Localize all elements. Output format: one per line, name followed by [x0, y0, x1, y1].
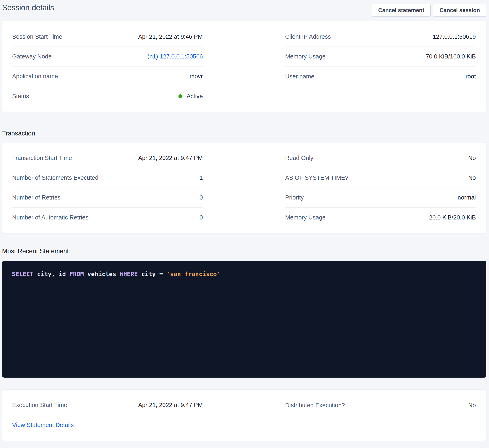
transaction-right-column: Read OnlyNoAS OF SYSTEM TIME?NoPriorityn… [285, 148, 476, 227]
row-label: Memory Usage [285, 214, 326, 221]
row-label: Priority [285, 194, 304, 201]
session-details-page: Session details Cancel statement Cancel … [0, 0, 489, 445]
session-summary-right-column: Client IP Address127.0.0.1:50619Memory U… [285, 27, 476, 106]
row-label: Number of Automatic Retries [12, 214, 89, 221]
row-value: 1 [199, 174, 203, 181]
row-label: Session Start Time [12, 33, 62, 40]
sql-statement: SELECT city, id FROM vehicles WHERE city… [12, 270, 476, 278]
summary-row: Number of Retries0 [12, 188, 203, 207]
row-value: Apr 21, 2022 at 9:47 PM [138, 402, 203, 408]
row-value: Apr 21, 2022 at 9:47 PM [138, 155, 203, 161]
summary-row: Memory Usage70.0 KiB/160.0 KiB [285, 47, 476, 66]
row-value: normal [457, 194, 476, 201]
summary-row: Execution Start TimeApr 21, 2022 at 9:47… [12, 395, 203, 415]
row-value: No [468, 402, 476, 409]
summary-row: Gateway Node(n1) 127.0.0.1:50566 [12, 47, 203, 66]
row-value: 70.0 KiB/160.0 KiB [426, 53, 476, 60]
summary-row: Prioritynormal [285, 188, 476, 207]
row-value: No [468, 174, 476, 181]
row-label: Number of Retries [12, 194, 60, 201]
row-label: Application name [12, 73, 58, 80]
summary-row: Memory Usage20.0 KiB/20.0 KiB [285, 207, 476, 227]
row-label: Client IP Address [285, 33, 331, 40]
summary-row: Number of Statements Executed1 [12, 168, 203, 188]
status-badge: Active [179, 93, 203, 100]
execution-right-column: Distributed Execution?No [285, 395, 476, 435]
header-actions: Cancel statement Cancel session [372, 4, 486, 17]
sql-token-keyword: SELECT [12, 271, 33, 278]
cancel-statement-button[interactable]: Cancel statement [372, 4, 431, 17]
summary-row: Distributed Execution?No [285, 395, 476, 415]
summary-row: StatusActive [12, 86, 203, 106]
sql-token-string: 'san francisco' [166, 271, 220, 278]
page-header: Session details Cancel statement Cancel … [2, 2, 486, 17]
row-value: 20.0 KiB/20.0 KiB [429, 214, 476, 221]
transaction-left-column: Transaction Start TimeApr 21, 2022 at 9:… [12, 148, 203, 227]
sql-token-plain: city, id [33, 271, 70, 278]
row-label: AS OF SYSTEM TIME? [285, 174, 348, 181]
most-recent-statement-heading: Most Recent Statement [2, 247, 486, 255]
summary-row: Client IP Address127.0.0.1:50619 [285, 27, 476, 47]
active-status-dot-icon [179, 94, 182, 98]
row-value: No [468, 155, 476, 161]
row-label: User name [285, 73, 314, 80]
sql-token-plain: city = [138, 271, 166, 278]
row-value: 0 [199, 194, 203, 201]
summary-row: Session Start TimeApr 21, 2022 at 9:46 P… [12, 27, 203, 47]
row-label: Distributed Execution? [285, 402, 345, 409]
row-value: 127.0.0.1:50619 [433, 33, 476, 40]
status-text: Active [187, 93, 203, 100]
session-summary-card: Session Start TimeApr 21, 2022 at 9:46 P… [2, 21, 486, 112]
row-label: Memory Usage [285, 53, 326, 60]
sql-token-keyword: WHERE [120, 271, 138, 278]
row-value: Apr 21, 2022 at 9:46 PM [138, 33, 203, 40]
execution-left-rows: Execution Start TimeApr 21, 2022 at 9:47… [12, 395, 203, 415]
row-label: Number of Statements Executed [12, 174, 98, 181]
summary-row: User nameroot [285, 66, 476, 86]
summary-row: Read OnlyNo [285, 148, 476, 168]
row-label: Read Only [285, 155, 313, 161]
sql-code-block: SELECT city, id FROM vehicles WHERE city… [2, 261, 486, 378]
page-title: Session details [2, 3, 54, 12]
row-label: Status [12, 93, 29, 100]
summary-row: Number of Automatic Retries0 [12, 207, 203, 227]
row-label: Transaction Start Time [12, 155, 72, 161]
row-value: 0 [199, 214, 203, 221]
gateway-node-link[interactable]: (n1) 127.0.0.1:50566 [147, 53, 203, 60]
execution-left-column: Execution Start TimeApr 21, 2022 at 9:47… [12, 395, 203, 435]
row-label: Gateway Node [12, 53, 52, 60]
cancel-session-button[interactable]: Cancel session [433, 4, 486, 17]
view-statement-details-link[interactable]: View Statement Details [12, 422, 74, 428]
view-statement-details-row: View Statement Details [12, 415, 203, 435]
row-value: root [465, 73, 476, 80]
sql-token-plain: vehicles [84, 271, 120, 278]
summary-row: Transaction Start TimeApr 21, 2022 at 9:… [12, 148, 203, 168]
summary-row: AS OF SYSTEM TIME?No [285, 168, 476, 188]
transaction-summary-card: Transaction Start TimeApr 21, 2022 at 9:… [2, 142, 486, 233]
execution-summary-card: Execution Start TimeApr 21, 2022 at 9:47… [2, 389, 486, 441]
summary-row: Application namemovr [12, 66, 203, 86]
transaction-section-heading: Transaction [2, 130, 486, 137]
sql-token-keyword: FROM [69, 271, 84, 278]
row-label: Execution Start Time [12, 402, 67, 408]
row-value: movr [189, 73, 203, 80]
session-summary-left-column: Session Start TimeApr 21, 2022 at 9:46 P… [12, 27, 203, 106]
